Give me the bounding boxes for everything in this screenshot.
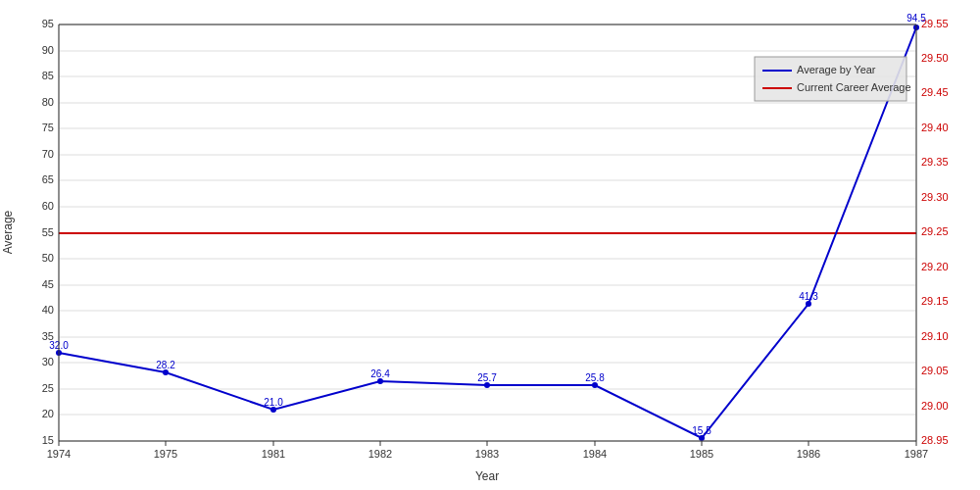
y-tick-label: 65 [42, 173, 54, 185]
x-tick-label: 1983 [475, 448, 499, 460]
y-tick-label: 50 [42, 252, 54, 264]
chart-container: 15 20 25 30 35 40 45 50 55 60 65 70 75 8… [0, 0, 980, 490]
data-label: 26.4 [370, 368, 390, 379]
y-tick-label-right: 28.95 [921, 434, 949, 446]
y-tick-label-right: 29.00 [921, 400, 949, 412]
y-tick-label: 30 [42, 356, 54, 368]
y-tick-label: 80 [42, 96, 54, 108]
y-tick-label-right: 29.20 [921, 261, 949, 272]
y-tick-label-right: 29.40 [921, 122, 949, 133]
x-tick-label: 1984 [583, 448, 607, 460]
data-label: 28.2 [156, 360, 175, 370]
y-tick-label: 15 [42, 434, 54, 446]
x-tick-label: 1974 [47, 448, 71, 460]
data-label: 25.7 [477, 372, 497, 383]
y-tick-label-right: 29.35 [921, 156, 949, 168]
data-label: 41.3 [799, 291, 818, 302]
data-label: 21.0 [264, 397, 283, 408]
y-tick-label-right: 29.50 [921, 52, 949, 64]
chart-svg: 15 20 25 30 35 40 45 50 55 60 65 70 75 8… [0, 0, 980, 490]
x-tick-label: 1986 [797, 448, 820, 460]
y-tick-label-right: 29.05 [921, 365, 949, 376]
y-tick-label-right: 29.45 [921, 86, 949, 98]
data-label: 15.5 [692, 425, 711, 436]
y-tick-label-right: 29.30 [921, 191, 949, 203]
legend-label-blue: Average by Year [797, 64, 876, 75]
legend-label-red: Current Career Average [797, 81, 911, 93]
x-axis-label: Year [475, 469, 499, 483]
data-label: 25.8 [585, 372, 605, 383]
y-tick-label: 40 [42, 304, 54, 316]
y-tick-label: 25 [42, 382, 54, 394]
x-tick-label: 1975 [154, 448, 177, 460]
y-tick-label-right: 29.15 [921, 295, 949, 307]
y-tick-label-right: 29.25 [921, 225, 949, 237]
x-tick-label: 1981 [262, 448, 285, 460]
y-tick-label: 90 [42, 44, 54, 56]
x-tick-label: 1987 [905, 448, 928, 460]
y-tick-label: 75 [42, 122, 54, 133]
y-tick-label: 45 [42, 278, 54, 290]
y-tick-label: 55 [42, 226, 54, 238]
y-tick-label: 95 [42, 18, 54, 29]
y-tick-label: 85 [42, 70, 54, 81]
y-tick-label: 60 [42, 200, 54, 212]
y-tick-label: 20 [42, 408, 54, 419]
data-label: 94.5 [906, 13, 926, 24]
y-axis-label-left: Average [1, 210, 15, 254]
y-tick-label-right: 29.10 [921, 330, 949, 342]
x-tick-label: 1985 [690, 448, 713, 460]
y-tick-label: 70 [42, 148, 54, 160]
x-tick-label: 1982 [368, 448, 392, 460]
